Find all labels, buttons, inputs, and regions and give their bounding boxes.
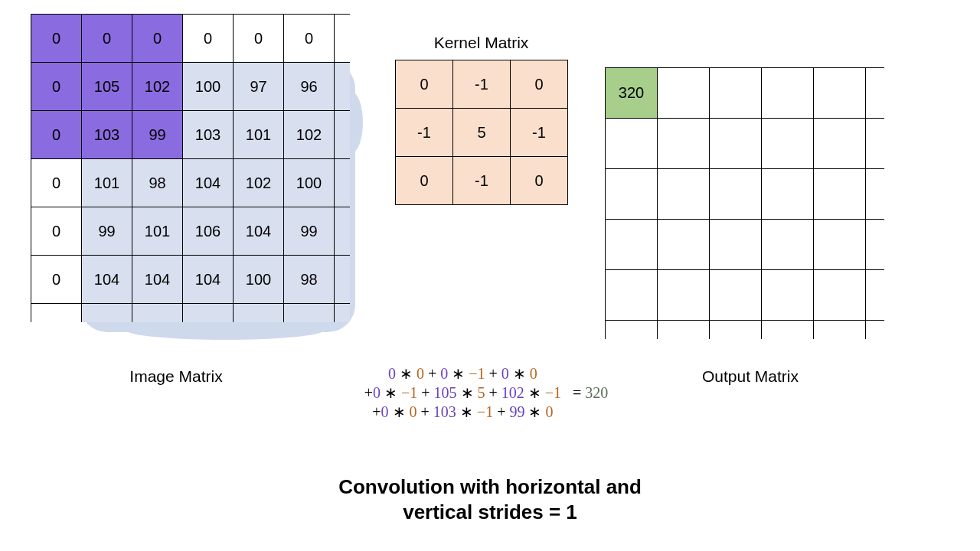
image-cell: 104 — [132, 256, 183, 304]
image-cell: 0 — [183, 15, 234, 63]
equation-lines: 0 ∗ 0 + 0 ∗ −1 + 0 ∗ 0+0 ∗ −1 + 105 ∗ 5 … — [364, 364, 561, 422]
image-cell: 101 — [132, 207, 183, 256]
image-cell: 0 — [31, 63, 82, 111]
image-cell: 104 — [183, 256, 234, 304]
image-cell-partial — [335, 256, 350, 304]
equation-token: 0 — [388, 365, 396, 382]
image-cell-partial — [335, 159, 350, 207]
image-cell-partial — [335, 207, 350, 256]
image-cell: 98 — [132, 159, 183, 207]
equation-token: 0 — [530, 365, 537, 382]
caption-line-2: vertical strides = 1 — [0, 500, 980, 525]
image-cell: 0 — [82, 15, 132, 63]
kernel-cell: 0 — [511, 60, 568, 109]
kernel-cell: 5 — [453, 109, 511, 157]
output-cell-partial — [866, 119, 884, 169]
equation-token: ∗ — [456, 403, 477, 420]
image-matrix: 0000000105102100979601039910310110201019… — [31, 14, 350, 322]
image-matrix-label: Image Matrix — [61, 367, 291, 386]
output-cell — [710, 169, 762, 220]
output-cell-partial — [606, 321, 658, 339]
caption-line-1: Convolution with horizontal and — [0, 474, 980, 500]
equation-token: −1 — [545, 384, 561, 401]
image-cell-partial — [335, 15, 350, 63]
output-cell — [762, 119, 814, 169]
equation-token: ∗ — [509, 365, 530, 382]
output-matrix: 320 — [605, 67, 884, 339]
equation-token: ∗ — [381, 384, 401, 401]
image-cell-partial — [284, 304, 335, 322]
equation-token: 0 — [410, 403, 417, 420]
output-cell — [606, 270, 658, 321]
image-cell: 103 — [82, 111, 132, 159]
output-cell — [762, 68, 814, 119]
image-cell: 102 — [284, 111, 335, 159]
kernel-cell: -1 — [453, 157, 511, 205]
output-cell — [658, 270, 710, 321]
kernel-cell: -1 — [396, 109, 453, 157]
equation-token: −1 — [477, 403, 493, 420]
image-cell: 0 — [132, 15, 183, 63]
image-cell-partial — [335, 111, 350, 159]
image-cell-partial — [234, 304, 284, 322]
image-cell: 0 — [31, 207, 82, 256]
image-cell: 97 — [234, 63, 284, 111]
equation-token: 103 — [433, 403, 456, 420]
image-cell: 104 — [183, 159, 234, 207]
output-cell-partial — [866, 270, 884, 321]
output-cell-partial — [658, 321, 710, 339]
kernel-cell: 0 — [396, 157, 453, 205]
kernel-cell: 0 — [396, 60, 453, 109]
output-cell-partial — [866, 321, 884, 339]
equation-token: ∗ — [524, 403, 545, 420]
image-cell: 0 — [31, 111, 82, 159]
figure-caption: Convolution with horizontal and vertical… — [0, 474, 980, 524]
kernel-cell: -1 — [453, 60, 511, 109]
output-cell — [710, 220, 762, 270]
image-cell: 100 — [284, 159, 335, 207]
output-cell — [762, 220, 814, 270]
output-cell — [710, 68, 762, 119]
equation-token: 5 — [478, 384, 485, 401]
image-cell-partial — [31, 304, 82, 322]
output-cell — [710, 119, 762, 169]
equation-token: + — [417, 384, 433, 401]
output-matrix-label: Output Matrix — [635, 367, 865, 386]
output-cell — [814, 169, 866, 220]
equation-token: 0 — [416, 365, 424, 382]
equation-token: + — [424, 365, 440, 382]
output-cell — [814, 119, 866, 169]
image-cell-partial — [183, 304, 234, 322]
output-cell — [814, 220, 866, 270]
output-cell — [658, 119, 710, 169]
equation-token: 0 — [381, 403, 389, 420]
output-cell — [606, 220, 658, 270]
equation-token: 0 — [373, 384, 381, 401]
output-cell — [606, 119, 658, 169]
equation-token: −1 — [469, 365, 485, 382]
image-cell: 0 — [31, 256, 82, 304]
output-cell: 320 — [606, 68, 658, 119]
equals-sign: = — [573, 384, 585, 401]
output-cell — [710, 270, 762, 321]
image-cell: 103 — [183, 111, 234, 159]
image-cell: 100 — [183, 63, 234, 111]
image-cell: 104 — [82, 256, 132, 304]
image-cell-partial — [335, 63, 350, 111]
output-cell — [762, 270, 814, 321]
equation-token: ∗ — [400, 365, 413, 382]
image-cell: 96 — [284, 63, 335, 111]
image-cell: 101 — [234, 111, 284, 159]
image-cell: 105 — [82, 63, 132, 111]
equation-token: ∗ — [389, 403, 410, 420]
equation-token: + — [485, 384, 501, 401]
equation-token: −1 — [401, 384, 417, 401]
kernel-cell: 0 — [511, 157, 568, 205]
image-cell: 99 — [132, 111, 183, 159]
equation-token: 0 — [501, 365, 509, 382]
equation-token: + — [372, 403, 381, 420]
convolution-equation: 0 ∗ 0 + 0 ∗ −1 + 0 ∗ 0+0 ∗ −1 + 105 ∗ 5 … — [329, 364, 643, 422]
equation-line: +0 ∗ 0 + 103 ∗ −1 + 99 ∗ 0 — [364, 403, 561, 422]
image-cell: 100 — [234, 256, 284, 304]
output-cell-partial — [866, 169, 884, 220]
